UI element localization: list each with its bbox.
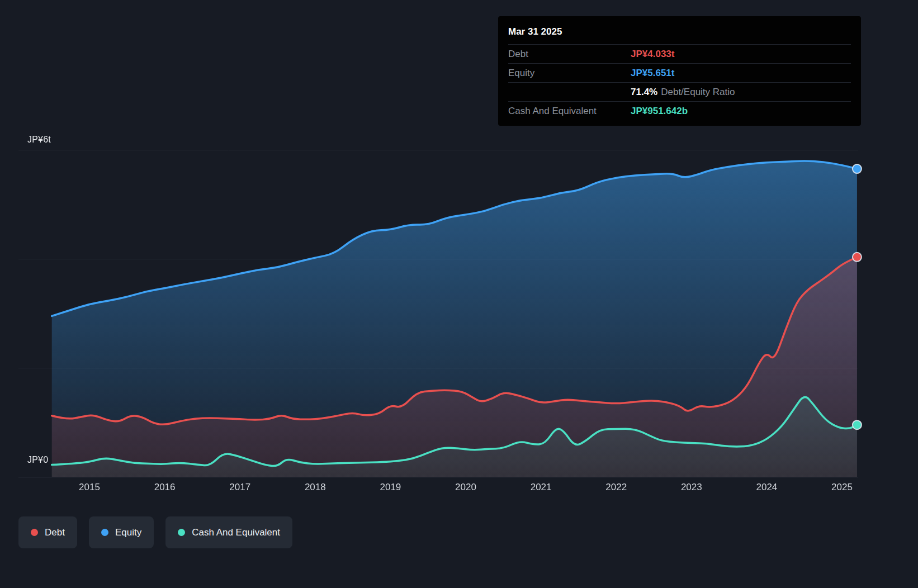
- x-tick-2016: 2016: [154, 482, 176, 493]
- x-tick-2025: 2025: [831, 482, 853, 493]
- y-axis-label-top: JP¥6t: [27, 135, 51, 145]
- tooltip-row-ratio: 71.4%Debt/Equity Ratio: [508, 82, 851, 101]
- x-tick-2020: 2020: [455, 482, 476, 493]
- legend: DebtEquityCash And Equivalent: [18, 516, 292, 548]
- tooltip-debt-value: JP¥4.033t: [631, 49, 851, 59]
- tooltip-debt-label: Debt: [508, 49, 631, 59]
- x-tick-2018: 2018: [305, 482, 326, 493]
- tooltip-ratio: 71.4%Debt/Equity Ratio: [631, 87, 851, 97]
- x-tick-2015: 2015: [79, 482, 100, 493]
- legend-label: Cash And Equivalent: [192, 527, 280, 538]
- legend-dot-icon: [178, 529, 185, 536]
- tooltip-ratio-label: Debt/Equity Ratio: [661, 87, 735, 97]
- legend-item-debt[interactable]: Debt: [18, 516, 77, 548]
- y-axis-label-zero: JP¥0: [27, 455, 48, 465]
- chart-page: JP¥6t JP¥0 20152016201720182019202020212…: [0, 0, 918, 588]
- x-tick-2021: 2021: [531, 482, 552, 493]
- legend-label: Debt: [45, 527, 65, 538]
- legend-dot-icon: [101, 529, 108, 536]
- tooltip-date: Mar 31 2025: [508, 21, 851, 44]
- tooltip-row-cash: Cash And Equivalent JP¥951.642b: [508, 101, 851, 120]
- tooltip-cash-label: Cash And Equivalent: [508, 106, 631, 116]
- x-tick-2017: 2017: [229, 482, 250, 493]
- x-tick-2024: 2024: [756, 482, 777, 493]
- tooltip-cash-value: JP¥951.642b: [631, 106, 851, 116]
- legend-dot-icon: [31, 529, 38, 536]
- legend-label: Equity: [115, 527, 141, 538]
- legend-item-equity[interactable]: Equity: [89, 516, 154, 548]
- x-tick-2019: 2019: [380, 482, 401, 493]
- tooltip-row-debt: Debt JP¥4.033t: [508, 44, 851, 63]
- x-tick-2023: 2023: [681, 482, 702, 493]
- legend-item-cash-and-equivalent[interactable]: Cash And Equivalent: [165, 516, 292, 548]
- tooltip-equity-value: JP¥5.651t: [631, 68, 851, 78]
- tooltip-row-equity: Equity JP¥5.651t: [508, 63, 851, 82]
- x-axis-ticks: 2015201620172018201920202021202220232024…: [0, 482, 918, 494]
- x-tick-2022: 2022: [605, 482, 627, 493]
- tooltip-ratio-value: 71.4%: [631, 87, 657, 97]
- chart-tooltip: Mar 31 2025 Debt JP¥4.033t Equity JP¥5.6…: [498, 16, 861, 126]
- tooltip-equity-label: Equity: [508, 68, 631, 78]
